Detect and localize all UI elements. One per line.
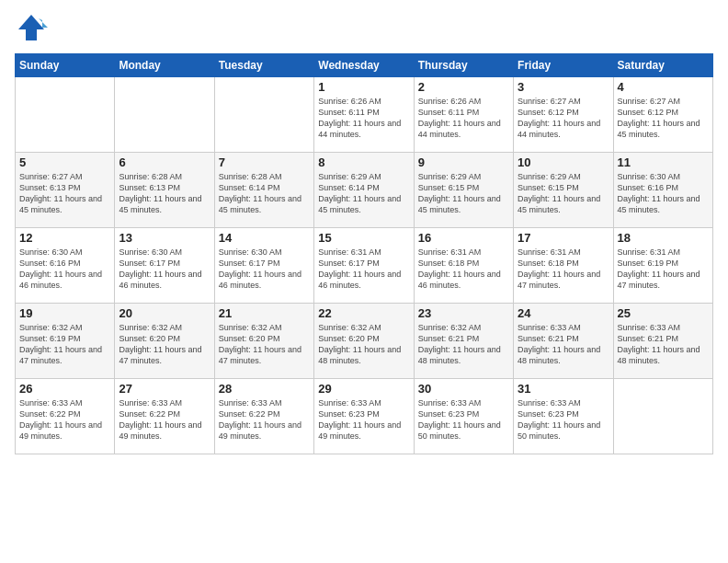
- day-number: 13: [119, 231, 210, 245]
- day-info: Sunrise: 6:28 AM Sunset: 6:14 PM Dayligh…: [219, 171, 310, 216]
- day-number: 8: [318, 155, 409, 169]
- day-number: 9: [418, 155, 509, 169]
- col-monday: Monday: [115, 54, 214, 77]
- calendar-cell: [214, 77, 313, 153]
- calendar-cell: [115, 77, 214, 153]
- day-number: 22: [318, 306, 409, 320]
- calendar-cell: 12Sunrise: 6:30 AM Sunset: 6:16 PM Dayli…: [16, 228, 115, 304]
- day-number: 1: [318, 80, 409, 94]
- day-number: 4: [618, 80, 709, 94]
- day-number: 3: [518, 80, 609, 94]
- page: Sunday Monday Tuesday Wednesday Thursday…: [0, 0, 728, 563]
- calendar-cell: 15Sunrise: 6:31 AM Sunset: 6:17 PM Dayli…: [314, 228, 414, 304]
- day-info: Sunrise: 6:28 AM Sunset: 6:13 PM Dayligh…: [119, 171, 210, 216]
- calendar-cell: 25Sunrise: 6:33 AM Sunset: 6:21 PM Dayli…: [613, 304, 712, 379]
- day-info: Sunrise: 6:30 AM Sunset: 6:16 PM Dayligh…: [19, 247, 110, 292]
- day-info: Sunrise: 6:32 AM Sunset: 6:20 PM Dayligh…: [318, 322, 409, 367]
- calendar-cell: 21Sunrise: 6:32 AM Sunset: 6:20 PM Dayli…: [214, 304, 313, 379]
- calendar-cell: 2Sunrise: 6:26 AM Sunset: 6:11 PM Daylig…: [414, 77, 513, 153]
- day-number: 14: [219, 231, 310, 245]
- calendar-week-row: 5Sunrise: 6:27 AM Sunset: 6:13 PM Daylig…: [16, 153, 713, 228]
- day-number: 20: [119, 306, 210, 320]
- calendar-cell: 7Sunrise: 6:28 AM Sunset: 6:14 PM Daylig…: [214, 153, 313, 228]
- day-info: Sunrise: 6:31 AM Sunset: 6:19 PM Dayligh…: [618, 247, 709, 292]
- calendar-cell: 27Sunrise: 6:33 AM Sunset: 6:22 PM Dayli…: [115, 379, 214, 454]
- calendar-week-row: 1Sunrise: 6:26 AM Sunset: 6:11 PM Daylig…: [16, 77, 713, 153]
- col-tuesday: Tuesday: [214, 54, 313, 77]
- day-number: 5: [19, 155, 110, 169]
- day-info: Sunrise: 6:33 AM Sunset: 6:22 PM Dayligh…: [219, 397, 310, 442]
- day-number: 18: [618, 231, 709, 245]
- calendar-cell: 9Sunrise: 6:29 AM Sunset: 6:15 PM Daylig…: [414, 153, 513, 228]
- calendar-cell: 19Sunrise: 6:32 AM Sunset: 6:19 PM Dayli…: [16, 304, 115, 379]
- col-saturday: Saturday: [613, 54, 712, 77]
- day-number: 29: [318, 382, 409, 396]
- calendar-cell: [16, 77, 115, 153]
- day-info: Sunrise: 6:32 AM Sunset: 6:21 PM Dayligh…: [418, 322, 509, 367]
- calendar-cell: 26Sunrise: 6:33 AM Sunset: 6:22 PM Dayli…: [16, 379, 115, 454]
- day-number: 26: [19, 382, 110, 396]
- day-number: 30: [418, 382, 509, 396]
- day-info: Sunrise: 6:29 AM Sunset: 6:15 PM Dayligh…: [418, 171, 509, 216]
- calendar-cell: 11Sunrise: 6:30 AM Sunset: 6:16 PM Dayli…: [613, 153, 712, 228]
- day-number: 19: [19, 306, 110, 320]
- day-info: Sunrise: 6:31 AM Sunset: 6:17 PM Dayligh…: [318, 247, 409, 292]
- calendar-cell: 20Sunrise: 6:32 AM Sunset: 6:20 PM Dayli…: [115, 304, 214, 379]
- calendar-cell: 5Sunrise: 6:27 AM Sunset: 6:13 PM Daylig…: [16, 153, 115, 228]
- calendar-table: Sunday Monday Tuesday Wednesday Thursday…: [15, 53, 713, 454]
- day-number: 7: [219, 155, 310, 169]
- day-info: Sunrise: 6:33 AM Sunset: 6:23 PM Dayligh…: [318, 397, 409, 442]
- calendar-cell: 8Sunrise: 6:29 AM Sunset: 6:14 PM Daylig…: [314, 153, 414, 228]
- day-info: Sunrise: 6:31 AM Sunset: 6:18 PM Dayligh…: [518, 247, 609, 292]
- calendar-cell: 24Sunrise: 6:33 AM Sunset: 6:21 PM Dayli…: [514, 304, 613, 379]
- day-info: Sunrise: 6:32 AM Sunset: 6:20 PM Dayligh…: [119, 322, 210, 367]
- day-number: 31: [518, 382, 609, 396]
- calendar-cell: 22Sunrise: 6:32 AM Sunset: 6:20 PM Dayli…: [314, 304, 414, 379]
- day-info: Sunrise: 6:33 AM Sunset: 6:21 PM Dayligh…: [618, 322, 709, 367]
- calendar-cell: 17Sunrise: 6:31 AM Sunset: 6:18 PM Dayli…: [514, 228, 613, 304]
- day-info: Sunrise: 6:30 AM Sunset: 6:17 PM Dayligh…: [219, 247, 310, 292]
- calendar-cell: 23Sunrise: 6:32 AM Sunset: 6:21 PM Dayli…: [414, 304, 513, 379]
- day-number: 25: [618, 306, 709, 320]
- day-number: 23: [418, 306, 509, 320]
- calendar-cell: 16Sunrise: 6:31 AM Sunset: 6:18 PM Dayli…: [414, 228, 513, 304]
- day-number: 6: [119, 155, 210, 169]
- day-number: 10: [518, 155, 609, 169]
- day-info: Sunrise: 6:32 AM Sunset: 6:19 PM Dayligh…: [19, 322, 110, 367]
- col-friday: Friday: [514, 54, 613, 77]
- day-info: Sunrise: 6:29 AM Sunset: 6:15 PM Dayligh…: [518, 171, 609, 216]
- col-wednesday: Wednesday: [314, 54, 414, 77]
- day-info: Sunrise: 6:30 AM Sunset: 6:16 PM Dayligh…: [618, 171, 709, 216]
- day-number: 17: [518, 231, 609, 245]
- day-number: 16: [418, 231, 509, 245]
- calendar-cell: 18Sunrise: 6:31 AM Sunset: 6:19 PM Dayli…: [613, 228, 712, 304]
- calendar-cell: 4Sunrise: 6:27 AM Sunset: 6:12 PM Daylig…: [613, 77, 712, 153]
- calendar-cell: 30Sunrise: 6:33 AM Sunset: 6:23 PM Dayli…: [414, 379, 513, 454]
- day-info: Sunrise: 6:27 AM Sunset: 6:12 PM Dayligh…: [518, 96, 609, 141]
- day-info: Sunrise: 6:31 AM Sunset: 6:18 PM Dayligh…: [418, 247, 509, 292]
- calendar-cell: 13Sunrise: 6:30 AM Sunset: 6:17 PM Dayli…: [115, 228, 214, 304]
- day-number: 27: [119, 382, 210, 396]
- calendar-cell: 10Sunrise: 6:29 AM Sunset: 6:15 PM Dayli…: [514, 153, 613, 228]
- day-info: Sunrise: 6:30 AM Sunset: 6:17 PM Dayligh…: [119, 247, 210, 292]
- col-thursday: Thursday: [414, 54, 513, 77]
- day-info: Sunrise: 6:29 AM Sunset: 6:14 PM Dayligh…: [318, 171, 409, 216]
- day-number: 15: [318, 231, 409, 245]
- calendar-cell: 31Sunrise: 6:33 AM Sunset: 6:23 PM Dayli…: [514, 379, 613, 454]
- day-info: Sunrise: 6:33 AM Sunset: 6:23 PM Dayligh…: [518, 397, 609, 442]
- logo: [15, 11, 51, 44]
- calendar-cell: [613, 379, 712, 454]
- calendar-cell: 14Sunrise: 6:30 AM Sunset: 6:17 PM Dayli…: [214, 228, 313, 304]
- calendar-cell: 3Sunrise: 6:27 AM Sunset: 6:12 PM Daylig…: [514, 77, 613, 153]
- day-number: 24: [518, 306, 609, 320]
- calendar-header-row: Sunday Monday Tuesday Wednesday Thursday…: [16, 54, 713, 77]
- day-info: Sunrise: 6:33 AM Sunset: 6:22 PM Dayligh…: [19, 397, 110, 442]
- day-info: Sunrise: 6:26 AM Sunset: 6:11 PM Dayligh…: [418, 96, 509, 141]
- day-info: Sunrise: 6:27 AM Sunset: 6:12 PM Dayligh…: [618, 96, 709, 141]
- day-number: 28: [219, 382, 310, 396]
- logo-icon: [15, 11, 48, 44]
- day-number: 11: [618, 155, 709, 169]
- day-info: Sunrise: 6:27 AM Sunset: 6:13 PM Dayligh…: [19, 171, 110, 216]
- calendar-cell: 1Sunrise: 6:26 AM Sunset: 6:11 PM Daylig…: [314, 77, 414, 153]
- day-info: Sunrise: 6:26 AM Sunset: 6:11 PM Dayligh…: [318, 96, 409, 141]
